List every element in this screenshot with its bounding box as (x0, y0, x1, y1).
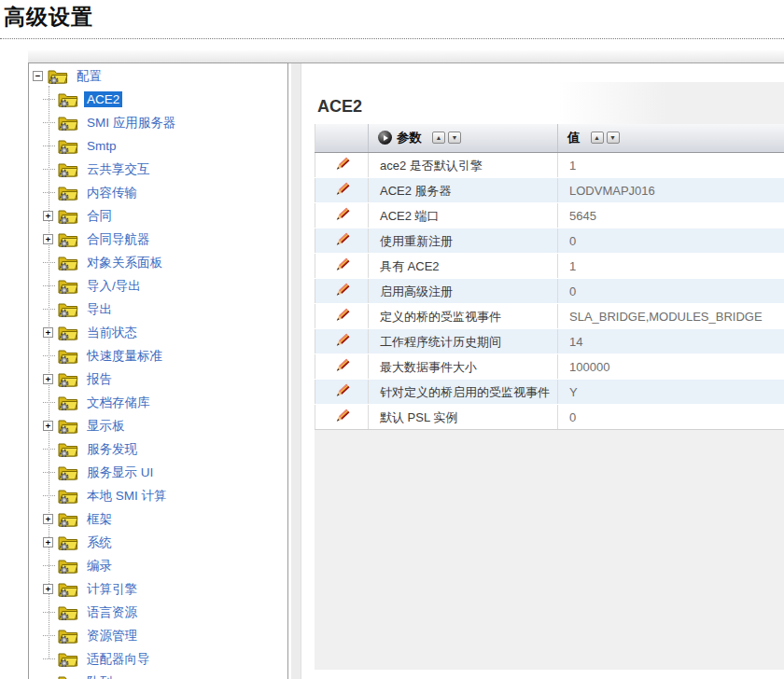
tree-item-对象关系面板[interactable]: 对象关系面板 (29, 251, 287, 274)
tree-item-文档存储库[interactable]: 文档存储库 (29, 391, 287, 414)
tree-item-label[interactable]: 适配器向导 (84, 650, 153, 669)
tree-item-队列[interactable]: 队列 (29, 671, 287, 679)
edit-pencil-button[interactable] (333, 231, 351, 253)
tree-item-编录[interactable]: 编录 (29, 554, 287, 577)
table-row: ACE2 端口 5645 (315, 202, 784, 228)
tree-branch-line (43, 169, 55, 171)
tree-item-本地 SMI 计算[interactable]: 本地 SMI 计算 (29, 484, 287, 507)
edit-cell (315, 152, 369, 177)
tree-expander-icon[interactable]: + (43, 421, 53, 431)
tree-item-Smtp[interactable]: Smtp (29, 134, 287, 158)
edit-cell (315, 253, 369, 278)
config-folder-icon (58, 115, 78, 131)
tree-item-label[interactable]: 对象关系面板 (84, 254, 165, 272)
tree-item-label[interactable]: 队列 (84, 673, 115, 679)
edit-pencil-button[interactable] (333, 332, 351, 353)
param-name-cell: ACE2 端口 (369, 202, 558, 228)
table-header-row: 参数 ▲ ▼ 值 ▲ ▼ (315, 124, 784, 152)
edit-pencil-button[interactable] (333, 382, 351, 404)
param-value-cell: Y (558, 379, 784, 404)
tree-item-label[interactable]: SMI 应用服务器 (84, 114, 178, 132)
config-folder-icon (58, 208, 78, 224)
tree-item-label[interactable]: 服务发现 (84, 440, 140, 459)
edit-pencil-button[interactable] (333, 181, 351, 202)
tree-item-SMI 应用服务器[interactable]: SMI 应用服务器 (29, 111, 287, 134)
tree-expander-icon[interactable]: − (33, 71, 43, 81)
tree-item-label[interactable]: ACE2 (84, 91, 122, 107)
tree-expander-icon[interactable]: + (43, 374, 53, 384)
param-sort-desc-button[interactable]: ▼ (448, 132, 461, 144)
tree-item-语言资源[interactable]: 语言资源 (29, 601, 287, 624)
tree-item-label[interactable]: 本地 SMI 计算 (84, 487, 170, 506)
tree-item-label[interactable]: 显示板 (84, 417, 128, 436)
param-sort-asc-button[interactable]: ▲ (432, 132, 445, 144)
tree-item-导入/导出[interactable]: 导入/导出 (29, 274, 287, 298)
tree-item-label[interactable]: 当前状态 (84, 324, 140, 342)
config-folder-icon (58, 628, 78, 644)
tree-item-系统[interactable]: + 系统 (29, 531, 287, 554)
tree-item-label[interactable]: 文档存储库 (84, 394, 153, 412)
tree-branch-line (43, 658, 55, 660)
tree-item-label[interactable]: 配置 (74, 67, 105, 86)
value-sort-asc-button[interactable]: ▲ (591, 132, 604, 144)
tree-item-label[interactable]: 编录 (84, 557, 115, 575)
tree-branch-line (43, 146, 55, 147)
tree-item-计算引擎[interactable]: + 计算引擎 (29, 577, 287, 601)
tree-item-资源管理[interactable]: 资源管理 (29, 624, 287, 647)
tree-expander-icon[interactable]: + (43, 514, 53, 524)
config-folder-icon (58, 511, 78, 527)
tree-item-报告[interactable]: + 报告 (29, 367, 287, 391)
tree-item-label[interactable]: 快速度量标准 (84, 347, 165, 366)
tree-item-label[interactable]: 合同 (84, 207, 115, 226)
tree-item-label[interactable]: 导出 (84, 300, 115, 319)
tree-branch-line (43, 262, 55, 264)
tree-expander-icon[interactable]: + (43, 234, 53, 244)
tree-item-当前状态[interactable]: + 当前状态 (29, 321, 287, 344)
edit-pencil-button[interactable] (333, 282, 351, 303)
tree-item-label[interactable]: 系统 (84, 534, 115, 552)
tree-item-label[interactable]: 资源管理 (84, 627, 140, 645)
param-value-cell: 0 (558, 278, 784, 303)
param-value-cell: SLA_BRIDGE,MODULES_BRIDGE (558, 303, 784, 328)
tree-item-框架[interactable]: + 框架 (29, 507, 287, 531)
param-name-cell: 启用高级注册 (369, 278, 558, 303)
tree-item-合同导航器[interactable]: + 合同导航器 (29, 228, 287, 251)
tree-branch-line (43, 192, 55, 194)
tree-item-label[interactable]: 报告 (84, 370, 115, 389)
tree-item-云共享交互[interactable]: 云共享交互 (29, 158, 287, 181)
tree-expander-icon[interactable]: + (43, 537, 53, 547)
tree-item-显示板[interactable]: + 显示板 (29, 414, 287, 437)
tree-item-配置[interactable]: − 配置 (29, 64, 287, 88)
tree-item-label[interactable]: 内容传输 (84, 184, 140, 202)
tree-item-ACE2[interactable]: ACE2 (29, 88, 287, 111)
tree-item-label[interactable]: 计算引擎 (84, 580, 140, 599)
edit-pencil-button[interactable] (333, 206, 351, 228)
tree-item-label[interactable]: 服务显示 UI (84, 464, 156, 482)
pane-splitter[interactable] (291, 63, 301, 679)
tree-item-label[interactable]: 导入/导出 (84, 277, 144, 296)
tree-item-服务发现[interactable]: 服务发现 (29, 437, 287, 461)
tree-item-label[interactable]: 云共享交互 (84, 160, 153, 179)
tree-item-label[interactable]: 合同导航器 (84, 230, 153, 249)
tree-item-label[interactable]: 框架 (84, 510, 115, 529)
tree-item-适配器向导[interactable]: 适配器向导 (29, 647, 287, 671)
tree-item-服务显示 UI[interactable]: 服务显示 UI (29, 461, 287, 484)
edit-pencil-button[interactable] (333, 408, 351, 429)
tree-item-内容传输[interactable]: 内容传输 (29, 181, 287, 204)
tree-item-label[interactable]: 语言资源 (84, 603, 140, 622)
tree-expander-icon[interactable]: + (43, 584, 53, 594)
param-value-cell: LODVMAPJ016 (558, 177, 784, 202)
collapse-column-icon[interactable] (378, 131, 392, 145)
edit-pencil-button[interactable] (333, 307, 351, 328)
value-sort-desc-button[interactable]: ▼ (607, 132, 620, 144)
edit-pencil-button[interactable] (333, 357, 351, 379)
content-inner: ACE2 参数 ▲ ▼ (315, 82, 784, 670)
tree-item-label[interactable]: Smtp (84, 138, 119, 154)
edit-pencil-button[interactable] (333, 156, 351, 177)
tree-item-导出[interactable]: 导出 (29, 298, 287, 321)
tree-expander-icon[interactable]: + (43, 211, 53, 221)
edit-pencil-button[interactable] (333, 256, 351, 278)
tree-item-快速度量标准[interactable]: 快速度量标准 (29, 344, 287, 367)
tree-item-合同[interactable]: + 合同 (29, 204, 287, 228)
tree-expander-icon[interactable]: + (43, 327, 53, 338)
